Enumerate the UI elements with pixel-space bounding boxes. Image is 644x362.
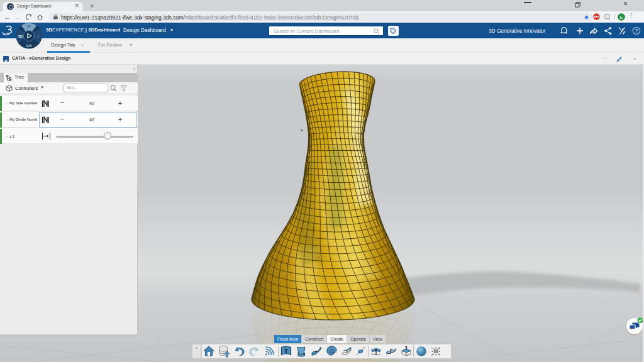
svg-text:V.R: V.R — [26, 44, 32, 48]
svg-text:E: E — [619, 14, 623, 19]
svg-text:Yr: Yr — [27, 25, 31, 28]
svg-text:ABP: ABP — [594, 15, 599, 18]
svg-text:?: ? — [635, 28, 638, 34]
svg-text:3D: 3D — [18, 35, 23, 38]
svg-text:i´: i´ — [38, 35, 40, 38]
